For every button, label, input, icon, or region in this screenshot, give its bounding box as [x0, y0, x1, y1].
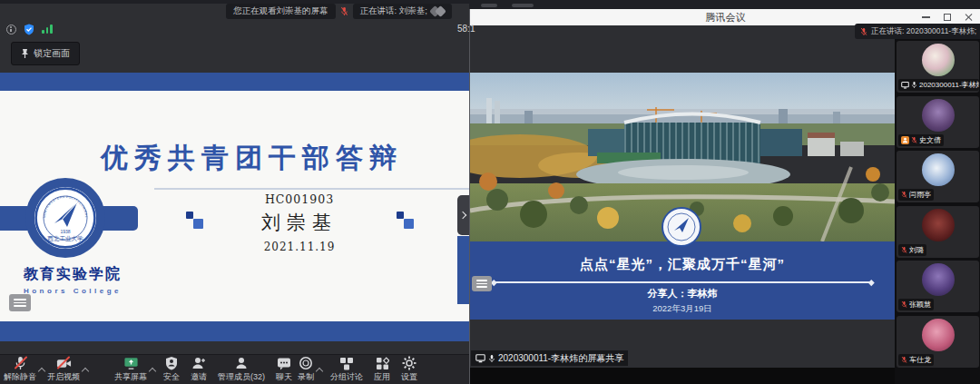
- invite-button[interactable]: 邀请: [191, 356, 207, 383]
- shared-slide: 优秀共青团干部答辩 HC001903 刘崇基 2021.11.19: [0, 73, 469, 341]
- share-options-chevron[interactable]: [148, 358, 157, 381]
- emblem-university-name: 西北工业大学: [47, 235, 84, 242]
- presenter-name: 分享人：李林炜: [470, 287, 895, 300]
- bottom-black-strip: [470, 368, 895, 384]
- settings-label: 设置: [401, 371, 417, 383]
- participant-name-row: 闫雨亭: [898, 189, 934, 201]
- pin-screen-button[interactable]: 锁定画面: [11, 42, 80, 65]
- mute-options-chevron[interactable]: [37, 358, 46, 381]
- deco-square: [193, 219, 203, 229]
- screen-share-label: 2020300011-李林炜的屏幕共享: [471, 350, 628, 366]
- unmute-button[interactable]: 解除静音: [4, 356, 36, 383]
- mic-icon: [911, 81, 917, 89]
- share-screen-button[interactable]: 共享屏幕: [114, 356, 147, 383]
- slide-divider: [494, 281, 871, 283]
- share-screen-icon: [123, 356, 139, 370]
- collapsed-video-strip[interactable]: [457, 236, 469, 304]
- deco-square: [186, 212, 193, 219]
- pin-screen-label: 锁定画面: [34, 47, 70, 60]
- slide-date: 2022年3月19日: [470, 303, 895, 315]
- network-signal-icon[interactable]: [42, 25, 53, 34]
- breakout-rooms-button[interactable]: 分组讨论: [330, 356, 363, 383]
- participant-name: 2020300011-李林炜...: [919, 80, 979, 90]
- share-screen-label: 共享屏幕: [114, 371, 147, 383]
- screen-banner-row: 您正在观看刘崇基的屏幕 正在讲话: 刘崇基;: [226, 4, 452, 19]
- display-icon: [901, 82, 909, 89]
- screenshot-root: 您正在观看刘崇基的屏幕 正在讲话: 刘崇基; 58:1 锁定画面: [0, 0, 980, 384]
- meeting-info-icon[interactable]: [6, 25, 16, 34]
- chat-bubble-icon: [277, 356, 291, 370]
- participant-name: 车仕龙: [909, 355, 931, 365]
- muted-mic-icon: [901, 191, 907, 199]
- record-options-chevron[interactable]: [315, 358, 324, 381]
- participant-tile[interactable]: 车仕龙: [897, 316, 979, 368]
- encryption-shield-icon[interactable]: [24, 24, 34, 35]
- participant-tile[interactable]: 闫雨亭: [897, 151, 979, 202]
- maximize-button[interactable]: [944, 14, 951, 21]
- chevron-up-icon: [82, 367, 89, 374]
- university-emblem-logo: NORTHWESTERN POLYTECHNICAL UNIVERSITY 19…: [34, 187, 96, 249]
- gear-icon: [402, 356, 416, 370]
- participant-name-row: 史文倩: [898, 134, 944, 146]
- candidate-code: HC001903: [154, 192, 445, 206]
- mic-muted-icon: [14, 356, 27, 370]
- manage-members-button[interactable]: 管理成员(32): [218, 356, 265, 383]
- invite-person-icon: [191, 356, 206, 370]
- participant-name: 张颖慧: [909, 300, 931, 310]
- avatar: [922, 319, 955, 351]
- participant-tile[interactable]: 张颖慧: [897, 261, 979, 312]
- annotation-list-button[interactable]: [9, 294, 31, 311]
- record-label: 录制: [298, 371, 314, 383]
- apps-button[interactable]: 应用: [374, 356, 390, 383]
- close-button[interactable]: [965, 13, 974, 22]
- chevron-right-icon: [458, 212, 466, 219]
- tab-fragment: [512, 4, 534, 7]
- minimize-button[interactable]: [922, 16, 930, 18]
- meeting-timer: 58:1: [457, 24, 475, 34]
- start-video-label: 开启视频: [47, 371, 80, 383]
- host-badge-icon: [901, 136, 909, 144]
- window-title: 腾讯会议: [706, 11, 746, 25]
- muted-mic-icon: [901, 300, 907, 309]
- meeting-status-icons: [6, 23, 53, 35]
- video-options-chevron[interactable]: [81, 358, 90, 381]
- security-button[interactable]: 安全: [163, 356, 180, 383]
- slide-title: 点点“星光”，汇聚成万千“星河”: [470, 256, 895, 273]
- invite-label: 邀请: [191, 371, 207, 383]
- tab-fragment: [481, 4, 497, 7]
- participant-tile[interactable]: 刘璐: [897, 206, 979, 258]
- record-icon: [299, 356, 313, 370]
- settings-button[interactable]: 设置: [401, 356, 417, 383]
- manage-members-label: 管理成员(32): [218, 371, 265, 383]
- muted-mic-icon: [901, 246, 907, 254]
- slide-blue-section: 点点“星光”，汇聚成万千“星河” 分享人：李林炜 2022年3月19日: [470, 241, 895, 320]
- participant-name: 闫雨亭: [909, 190, 931, 200]
- chevron-up-icon: [316, 367, 323, 374]
- screen-share-label-text: 2020300011-李林炜的屏幕共享: [498, 352, 623, 365]
- camera-off-icon: [56, 356, 72, 370]
- participant-name-row: 刘璐: [898, 244, 926, 256]
- speaking-banner-text: 正在讲话: 2020300011-李林炜;: [871, 26, 976, 37]
- chat-button[interactable]: 聊天: [276, 356, 292, 383]
- muted-mic-icon: [860, 27, 867, 36]
- participant-name-row: 车仕龙: [898, 354, 934, 366]
- college-name-cn: 教育实验学院: [0, 265, 145, 284]
- participant-name-row: 2020300011-李林炜...: [898, 79, 979, 91]
- annotation-list-button[interactable]: [472, 276, 492, 291]
- participants-icon: [234, 356, 249, 370]
- participant-name-row: 张颖慧: [898, 299, 934, 310]
- record-button[interactable]: 录制: [298, 356, 314, 383]
- chat-label: 聊天: [276, 371, 292, 383]
- speaking-banner: 正在讲话: 刘崇基;: [353, 4, 452, 19]
- participant-tile[interactable]: 2020300011-李林炜...: [897, 41, 979, 93]
- unmute-label: 解除静音: [4, 371, 36, 383]
- mic-icon: [488, 354, 495, 363]
- shared-screen-area: 点点“星光”，汇聚成万千“星河” 分享人：李林炜 2022年3月19日 2020…: [470, 25, 895, 384]
- expand-video-panel-tab[interactable]: [457, 195, 469, 235]
- start-video-button[interactable]: 开启视频: [47, 356, 80, 383]
- viewing-banner-text: 您正在观看刘崇基的屏幕: [233, 5, 328, 17]
- avatar: [922, 209, 955, 241]
- participant-tile[interactable]: 史文倩: [897, 96, 979, 148]
- speaking-banner: 正在讲话: 2020300011-李林炜;: [855, 24, 980, 39]
- chevron-up-icon: [149, 367, 156, 374]
